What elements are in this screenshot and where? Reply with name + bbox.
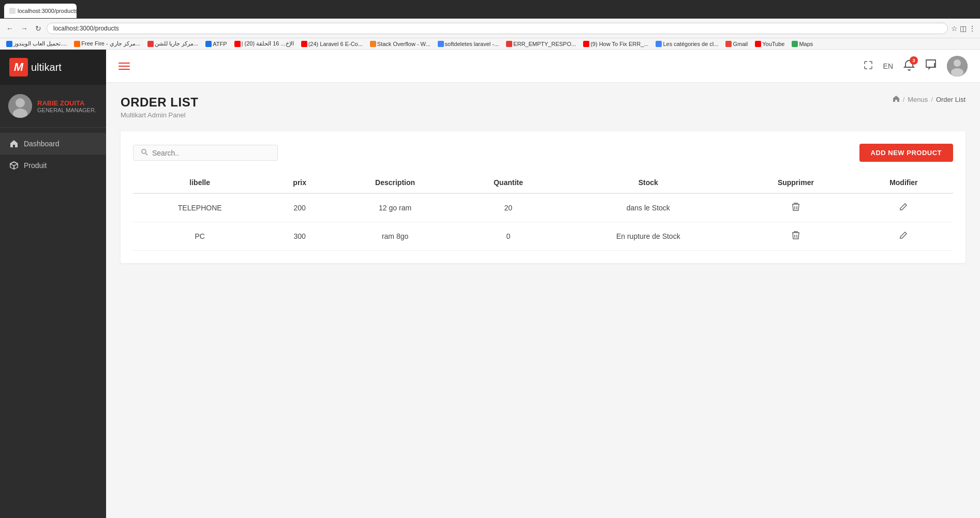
breadcrumb: / Menus / Order List xyxy=(893,95,966,104)
bookmark-youtube[interactable]: YouTube xyxy=(753,40,786,48)
bookmark-item[interactable]: (9) How To Fix ERR_... xyxy=(581,40,650,48)
breadcrumb-sep-2: / xyxy=(931,96,933,103)
bookmark-item[interactable]: ATFP xyxy=(203,40,229,48)
page-title: ORDER LIST xyxy=(121,95,198,110)
browser-tabs: localhost:3000/products xyxy=(0,0,980,19)
url-bar[interactable] xyxy=(47,23,948,34)
search-input[interactable] xyxy=(152,149,270,157)
logo-text: ultikart xyxy=(31,62,62,73)
extensions-icon[interactable]: ◫ xyxy=(960,24,967,33)
table-row: PC 300 ram 8go 0 En rupture de Stock xyxy=(133,222,953,251)
browser-actions: ☆ ◫ ⋮ xyxy=(951,24,976,33)
cell-libelle-0: TELEPHONE xyxy=(133,193,266,222)
svg-point-1 xyxy=(16,98,25,108)
sidebar-item-dashboard-label: Dashboard xyxy=(24,140,60,148)
forward-button[interactable]: → xyxy=(19,23,30,34)
svg-line-7 xyxy=(146,154,148,156)
table-row: TELEPHONE 200 12 go ram 20 dans le Stock xyxy=(133,193,953,222)
cell-prix-1: 300 xyxy=(266,222,333,251)
notification-badge: 3 xyxy=(910,56,918,65)
header-left xyxy=(118,63,130,70)
menu-icon[interactable]: ⋮ xyxy=(969,24,976,33)
bookmark-item[interactable]: Les catégories de cl... xyxy=(654,40,720,48)
bookmark-item[interactable]: تحميل العاب الويندوز.... xyxy=(4,40,69,48)
browser-tab-active[interactable]: localhost:3000/products xyxy=(4,4,77,18)
sidebar-item-dashboard[interactable]: Dashboard xyxy=(0,133,106,155)
table-header-row: libelle prix Description Quantite Stock … xyxy=(133,172,953,193)
table-card: ADD NEW PRODUCT libelle prix Description… xyxy=(121,131,966,263)
col-supprimer: Supprimer xyxy=(737,172,854,193)
page-header: ORDER LIST Multikart Admin Panel / Menus… xyxy=(121,95,966,119)
app-container: M ultikart RABIE ZOUITA GENERAL MANAGER. xyxy=(0,50,980,518)
delete-icon[interactable] xyxy=(792,204,800,213)
language-selector[interactable]: EN xyxy=(883,62,893,70)
hamburger-menu[interactable] xyxy=(118,63,130,70)
bookmark-item[interactable]: (24) Laravel 6 E-Co... xyxy=(299,40,365,48)
browser-toolbar: ← → ↻ ☆ ◫ ⋮ xyxy=(0,19,980,38)
sidebar-username: RABIE ZOUITA xyxy=(37,99,96,107)
add-new-product-button[interactable]: ADD NEW PRODUCT xyxy=(859,144,954,162)
logo-m-icon: M xyxy=(14,60,23,74)
breadcrumb-current: Order List xyxy=(936,96,966,103)
user-avatar[interactable] xyxy=(947,56,968,77)
table-body: TELEPHONE 200 12 go ram 20 dans le Stock xyxy=(133,193,953,251)
avatar xyxy=(8,94,32,118)
col-description: Description xyxy=(333,172,457,193)
cell-modifier-0[interactable] xyxy=(854,193,953,222)
main-content: EN 3 xyxy=(106,50,980,518)
col-libelle: libelle xyxy=(133,172,266,193)
svg-point-4 xyxy=(954,59,961,67)
sidebar-item-produit-label: Produit xyxy=(24,161,47,170)
table-header: libelle prix Description Quantite Stock … xyxy=(133,172,953,193)
bookmark-item[interactable]: softdeletes laravel -... xyxy=(436,40,501,48)
page-subtitle: Multikart Admin Panel xyxy=(121,111,198,119)
breadcrumb-home-icon[interactable] xyxy=(893,95,900,104)
bookmark-bar: تحميل العاب الويندوز.... Free Fire - مرك… xyxy=(0,38,980,50)
bookmark-item[interactable]: | الإخ... 16 الحلقة (20) xyxy=(232,40,296,48)
breadcrumb-menus[interactable]: Menus xyxy=(908,96,928,103)
cell-supprimer-0[interactable] xyxy=(737,193,854,222)
search-icon xyxy=(141,148,148,157)
sidebar: M ultikart RABIE ZOUITA GENERAL MANAGER. xyxy=(0,50,106,518)
col-stock: Stock xyxy=(559,172,738,193)
reload-button[interactable]: ↻ xyxy=(33,23,43,34)
expand-icon[interactable] xyxy=(864,60,873,72)
sidebar-logo: M ultikart xyxy=(0,50,106,85)
browser-chrome: localhost:3000/products ← → ↻ ☆ ◫ ⋮ تحمي… xyxy=(0,0,980,50)
bookmark-item[interactable]: Stack Overflow - W... xyxy=(368,40,433,48)
sidebar-user: RABIE ZOUITA GENERAL MANAGER. xyxy=(0,85,106,128)
hamburger-line-3 xyxy=(118,69,130,70)
bookmark-item[interactable]: ERR_EMPTY_RESPO... xyxy=(504,40,578,48)
col-modifier: Modifier xyxy=(854,172,953,193)
edit-icon[interactable] xyxy=(899,232,908,241)
bookmark-item[interactable]: مركز جاريا للشن... xyxy=(145,40,200,48)
header-right: EN 3 xyxy=(864,56,968,77)
chat-icon[interactable] xyxy=(925,59,937,73)
col-prix: prix xyxy=(266,172,333,193)
bookmark-item[interactable]: Free Fire - مركز جاري... xyxy=(72,40,142,48)
cell-supprimer-1[interactable] xyxy=(737,222,854,251)
cell-stock-1: En rupture de Stock xyxy=(559,222,738,251)
cell-description-1: ram 8go xyxy=(333,222,457,251)
bookmark-gmail[interactable]: Gmail xyxy=(723,40,750,48)
page-content: ORDER LIST Multikart Admin Panel / Menus… xyxy=(106,83,980,518)
delete-icon[interactable] xyxy=(792,233,800,241)
table-toolbar: ADD NEW PRODUCT xyxy=(133,144,953,162)
notification-bell[interactable]: 3 xyxy=(903,59,915,73)
edit-icon[interactable] xyxy=(899,204,908,212)
cell-libelle-1: PC xyxy=(133,222,266,251)
back-button[interactable]: ← xyxy=(4,23,16,34)
bookmark-star-icon[interactable]: ☆ xyxy=(951,24,958,33)
svg-point-5 xyxy=(951,68,963,77)
hamburger-line-2 xyxy=(118,66,130,67)
cell-modifier-1[interactable] xyxy=(854,222,953,251)
sidebar-nav: Dashboard Produit xyxy=(0,128,106,176)
products-table: libelle prix Description Quantite Stock … xyxy=(133,172,953,251)
search-box[interactable] xyxy=(133,145,278,161)
bookmark-maps[interactable]: Maps xyxy=(790,40,815,48)
cell-prix-0: 200 xyxy=(266,193,333,222)
sidebar-item-produit[interactable]: Produit xyxy=(0,155,106,176)
breadcrumb-sep-1: / xyxy=(903,96,905,103)
svg-point-6 xyxy=(142,149,146,154)
home-icon xyxy=(9,139,19,148)
